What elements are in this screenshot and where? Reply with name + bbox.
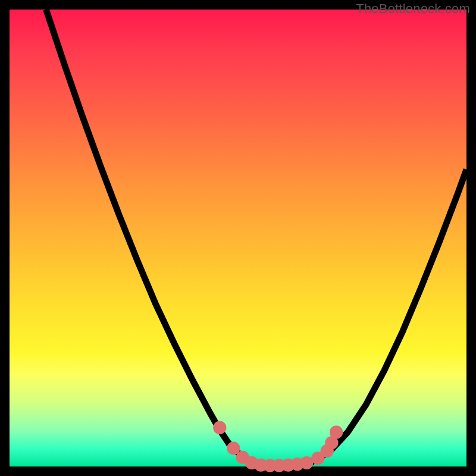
curve-right xyxy=(311,170,466,462)
marker-dot xyxy=(229,444,238,453)
marker-dot xyxy=(215,423,224,432)
marker-group xyxy=(215,423,340,469)
marker-dot xyxy=(314,454,322,463)
chart-svg xyxy=(10,10,466,466)
marker-dot xyxy=(302,459,311,468)
curve-left xyxy=(46,10,256,464)
watermark-text: TheBottleneck.com xyxy=(356,1,470,17)
chart-frame: TheBottleneck.com xyxy=(0,0,476,476)
marker-dot xyxy=(327,439,336,447)
plot-area xyxy=(10,10,466,466)
marker-dot xyxy=(332,428,341,437)
